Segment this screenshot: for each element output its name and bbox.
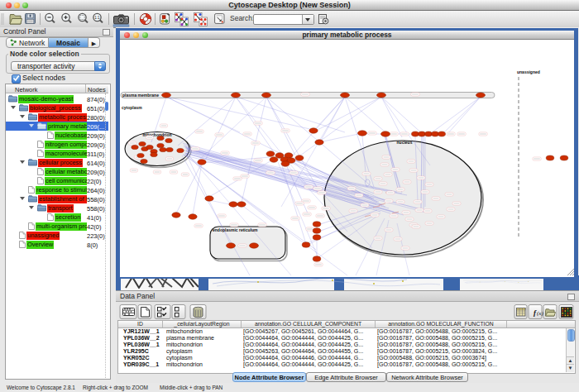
svg-text:plasma membrane: plasma membrane [122,93,159,98]
svg-text:unassigned: unassigned [517,69,540,74]
svg-text:cytoplasm: cytoplasm [122,105,142,110]
svg-text:endoplasmic reticulum: endoplasmic reticulum [213,227,258,232]
svg-text:1:1: 1:1 [94,16,100,20]
svg-text:(x): (x) [537,310,543,317]
svg-text:nucleus: nucleus [397,140,413,145]
